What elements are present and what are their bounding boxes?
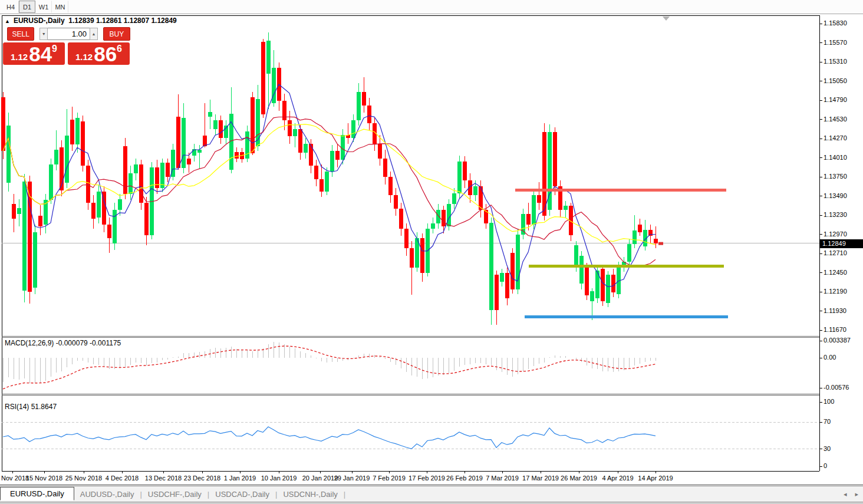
buy-price-pip: 6 xyxy=(117,44,122,54)
sell-price-prefix: 1.12 xyxy=(11,52,28,63)
tab-scroll-right-icon[interactable]: ▸ xyxy=(855,490,858,498)
sell-price-pip: 9 xyxy=(52,44,57,54)
spinner-down-icon: ▼ xyxy=(42,32,46,36)
volume-decrease-button[interactable]: ▼ xyxy=(39,28,48,40)
macd-indicator-label: MACD(12,26,9) -0.000079 -0.001175 xyxy=(5,339,121,347)
symbol-tab-eurusd-daily[interactable]: EURUSD-,Daily xyxy=(0,487,74,500)
chart-shift-marker-icon[interactable] xyxy=(663,17,670,21)
spinner-up-icon: ▲ xyxy=(91,32,95,36)
chart-symbol-label: EURUSD-,Daily xyxy=(14,17,65,25)
sell-button[interactable]: SELL xyxy=(7,27,34,41)
volume-input[interactable]: 1.00 xyxy=(48,28,90,40)
sell-price-big: 84 xyxy=(29,46,52,63)
buy-button[interactable]: BUY xyxy=(103,27,130,41)
chart-ohlc-values: 1.12839 1.12861 1.12807 1.12849 xyxy=(68,17,177,25)
symbol-marker-icon: ▲ xyxy=(5,18,10,24)
symbol-tab-usdcnh-daily[interactable]: USDCNH-,Daily xyxy=(277,488,343,500)
buy-price-prefix: 1.12 xyxy=(75,52,93,63)
buy-price-big: 86 xyxy=(94,46,117,63)
window-bottom-edge xyxy=(0,502,863,504)
tab-scroll-left-icon[interactable]: ◂ xyxy=(844,490,847,498)
trading-app-window: H4D1W1MN ▲EURUSD-,Daily 1.12839 1.12861 … xyxy=(0,0,863,504)
chart-title: ▲EURUSD-,Daily 1.12839 1.12861 1.12807 1… xyxy=(5,17,177,25)
rsi-indicator-label: RSI(14) 51.8647 xyxy=(5,403,57,411)
symbol-tab-usdchf-daily[interactable]: USDCHF-,Daily xyxy=(142,488,207,500)
symbol-tab-bar: EURUSD-,DailyAUDUSD-,Daily|USDCHF-,Daily… xyxy=(0,486,863,502)
chart-canvas[interactable] xyxy=(0,0,863,504)
volume-increase-button[interactable]: ▲ xyxy=(90,28,98,40)
symbol-tab-audusd-daily[interactable]: AUDUSD-,Daily xyxy=(74,488,140,500)
symbol-tab-usdcad-daily[interactable]: USDCAD-,Daily xyxy=(209,488,275,500)
tab-separator: | xyxy=(344,490,345,499)
sell-price-box[interactable]: 1.12 84 9 xyxy=(3,42,65,65)
buy-price-box[interactable]: 1.12 86 6 xyxy=(68,42,130,65)
one-click-trade-panel: SELL ▼ 1.00 ▲ BUY 1.12 84 9 1.12 86 6 xyxy=(3,27,130,65)
current-price-tag: 1.12849 xyxy=(819,239,863,248)
